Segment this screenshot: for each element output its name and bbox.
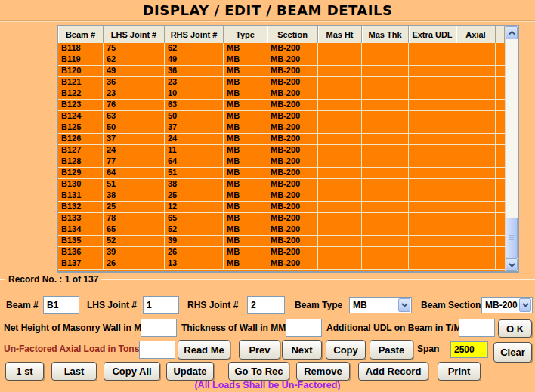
table-cell: B128 <box>58 156 104 167</box>
table-row[interactable]: B1322512MBMB-200 <box>58 202 505 213</box>
title-divider <box>0 20 535 22</box>
table-cell <box>456 190 496 201</box>
table-cell <box>362 66 409 76</box>
prev-button[interactable]: Prev <box>239 340 280 360</box>
table-row[interactable]: B1196249MBMB-200 <box>58 54 505 66</box>
wall-thickness-field[interactable] <box>286 319 322 337</box>
table-row[interactable]: B1187562MBMB-200 <box>58 43 505 54</box>
table-row[interactable]: B1296451MBMB-200 <box>58 168 505 179</box>
table-row[interactable]: B1263724MBMB-200 <box>58 134 505 145</box>
table-row[interactable]: B1313825MBMB-200 <box>58 190 505 202</box>
go-to-record-button[interactable]: Go To Rec <box>228 362 289 381</box>
table-cell: MB-200 <box>268 66 318 76</box>
scroll-thumb[interactable] <box>506 218 518 258</box>
table-cell: 25 <box>165 190 224 201</box>
column-header: Mas Ht <box>318 26 362 43</box>
scroll-down-button[interactable] <box>506 258 518 271</box>
beam-number-field[interactable] <box>43 296 79 314</box>
wall-thickness-label: Thickness of Wall in MM <box>181 319 286 337</box>
paste-button[interactable]: Paste <box>370 340 413 360</box>
table-cell: 13 <box>165 258 224 269</box>
table-cell <box>362 122 409 133</box>
table-row[interactable]: B1237663MBMB-200 <box>58 100 505 111</box>
beam-type-dropdown-button[interactable] <box>398 298 410 312</box>
column-header-filler <box>496 26 505 43</box>
grid-vertical-scrollbar[interactable] <box>505 26 518 271</box>
table-row[interactable]: B1363926MBMB-200 <box>58 247 505 258</box>
last-record-button[interactable]: Last <box>51 362 97 381</box>
table-cell: MB-200 <box>268 111 318 122</box>
table-cell: 63 <box>104 111 165 122</box>
extra-udl-label: Additional UDL on Beam in T/M <box>326 319 461 337</box>
add-record-button[interactable]: Add Record <box>358 362 428 381</box>
table-cell: 39 <box>165 236 224 246</box>
table-row[interactable]: B1213623MBMB-200 <box>58 77 505 88</box>
remove-button[interactable]: Remove <box>296 362 350 381</box>
table-cell <box>409 224 456 235</box>
wall-height-field[interactable] <box>141 319 177 337</box>
table-cell: MB <box>224 134 268 144</box>
copy-button[interactable]: Copy <box>326 340 366 360</box>
scroll-track[interactable] <box>506 39 518 258</box>
lhs-joint-field[interactable] <box>143 296 179 314</box>
frame-border-right <box>101 279 535 280</box>
beam-section-dropdown[interactable]: MB-200 <box>481 297 533 313</box>
table-cell <box>318 134 362 144</box>
clear-button[interactable]: Clear <box>493 342 532 363</box>
beam-type-dropdown[interactable]: MB <box>349 297 412 313</box>
table-cell: 75 <box>104 43 165 54</box>
table-cell: 49 <box>104 66 165 76</box>
table-row[interactable]: B1204936MBMB-200 <box>58 66 505 77</box>
update-button[interactable]: Update <box>166 362 214 381</box>
table-cell: 52 <box>104 236 165 246</box>
table-cell: MB <box>224 258 268 269</box>
table-cell: MB-200 <box>268 88 318 99</box>
table-row[interactable]: B1305138MBMB-200 <box>58 179 505 190</box>
table-cell: B121 <box>58 77 104 88</box>
table-row[interactable]: B1287764MBMB-200 <box>58 156 505 168</box>
table-cell <box>456 236 496 246</box>
table-row[interactable]: B1222310MBMB-200 <box>58 88 505 100</box>
grid-body: B1187562MBMB-200B1196249MBMB-200B1204936… <box>58 43 505 271</box>
table-cell: 51 <box>165 168 224 178</box>
column-header: Type <box>224 26 268 43</box>
table-cell: MB-200 <box>268 134 318 144</box>
table-row[interactable]: B1355239MBMB-200 <box>58 236 505 247</box>
rhs-joint-field[interactable] <box>247 296 285 314</box>
table-cell: MB <box>224 43 268 54</box>
table-cell <box>456 145 496 156</box>
beam-type-selected-value: MB <box>350 298 397 313</box>
table-cell <box>409 247 456 258</box>
table-row[interactable]: B1372613MBMB-200 <box>58 258 505 270</box>
table-cell: 12 <box>165 202 224 212</box>
table-row[interactable]: B1272411MBMB-200 <box>58 145 505 156</box>
table-cell: MB <box>224 190 268 201</box>
table-cell <box>456 202 496 212</box>
table-cell: 65 <box>165 213 224 224</box>
table-cell <box>318 190 362 201</box>
first-record-button[interactable]: 1 st <box>5 362 44 381</box>
table-cell: B136 <box>58 247 104 258</box>
copy-all-button[interactable]: Copy All <box>104 362 160 381</box>
extra-udl-field[interactable] <box>459 319 495 337</box>
table-row[interactable]: B1346552MBMB-200 <box>58 224 505 236</box>
table-row[interactable]: B1255037MBMB-200 <box>58 122 505 134</box>
table-cell: 26 <box>165 247 224 258</box>
column-header: Beam # <box>58 26 104 43</box>
table-cell: B120 <box>58 66 104 76</box>
table-cell <box>318 77 362 88</box>
print-button[interactable]: Print <box>438 362 481 381</box>
beam-section-dropdown-button[interactable] <box>519 298 531 312</box>
table-cell: 11 <box>165 145 224 156</box>
table-row[interactable]: B1246350MBMB-200 <box>58 111 505 122</box>
table-cell <box>318 111 362 122</box>
ok-button[interactable]: O K <box>498 319 532 338</box>
axial-load-field[interactable] <box>139 341 175 359</box>
span-field[interactable] <box>450 341 488 358</box>
table-cell <box>362 247 409 258</box>
next-button[interactable]: Next <box>282 340 322 360</box>
read-me-button[interactable]: Read Me <box>178 340 230 360</box>
table-cell <box>362 111 409 122</box>
scroll-up-button[interactable] <box>506 26 518 39</box>
table-row[interactable]: B1337865MBMB-200 <box>58 213 505 224</box>
